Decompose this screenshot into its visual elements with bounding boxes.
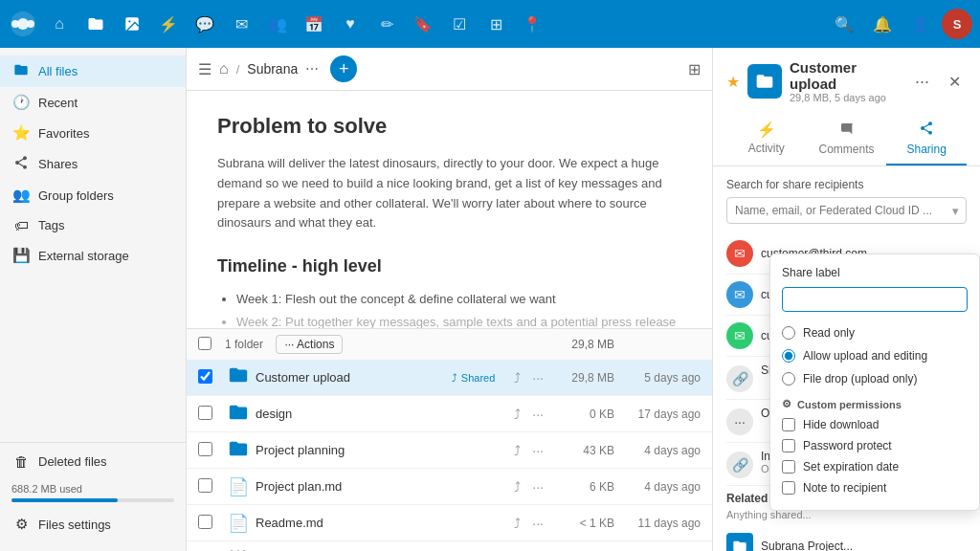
sidebar-bottom: 🗑 Deleted files 688.2 MB used ⚙ Files se… (0, 434, 186, 543)
share-action-button[interactable]: ⤴ (510, 368, 524, 387)
home-icon[interactable]: ⌂ (42, 7, 77, 41)
set-expiration-option[interactable]: Set expiration date (782, 456, 968, 477)
deck-icon[interactable]: ⊞ (479, 7, 513, 41)
file-drop-option[interactable]: File drop (upload only) (782, 367, 968, 390)
star-icon[interactable]: ★ (726, 73, 740, 91)
file-drop-radio[interactable] (782, 372, 795, 386)
more-action-button[interactable]: ··· (528, 368, 547, 387)
sidebar-item-shares[interactable]: Shares (0, 148, 186, 180)
sidebar-item-favorites[interactable]: ⭐ Favorites (0, 118, 186, 148)
select-all-checkbox[interactable] (198, 337, 212, 350)
panel-close-button[interactable]: ✕ (943, 71, 967, 93)
sidebar-item-external-storage[interactable]: 💾 External storage (0, 240, 186, 271)
file-drop-label: File drop (upload only) (803, 372, 917, 386)
table-row[interactable]: 📄 Project plan.md ⤴ ··· 6 KB 4 days ago (187, 469, 712, 505)
photos-icon[interactable] (115, 7, 149, 41)
share-label-input[interactable] (782, 287, 968, 312)
document-preview: Problem to solve Subrana will deliver th… (187, 91, 712, 328)
sidebar-item-all-files[interactable]: All files (0, 55, 186, 87)
tab-sharing-label: Sharing (906, 143, 946, 156)
search-share-input[interactable] (726, 197, 967, 224)
sidebar-item-recent[interactable]: 🕐 Recent (0, 87, 186, 118)
storage-bar-fill (11, 498, 118, 502)
files-icon[interactable] (78, 7, 113, 41)
notifications-icon[interactable]: 🔔 (865, 7, 900, 41)
row-checkbox[interactable] (198, 515, 212, 529)
calendar-icon[interactable]: 📅 (297, 7, 331, 41)
table-row[interactable]: design ⤴ ··· 0 KB 17 days ago (187, 396, 712, 432)
row-checkbox[interactable] (198, 406, 212, 420)
table-row[interactable]: Project planning ⤴ ··· 43 KB 4 days ago (187, 432, 712, 469)
table-row[interactable]: 🖼 subrana logo.svg ⤴ ··· 24 KB 19 days a… (187, 541, 712, 551)
sidebar-label-favorites: Favorites (38, 126, 89, 141)
contacts-topbar-icon[interactable]: 👤 (903, 7, 938, 41)
bookmarks-icon[interactable]: 🔖 (406, 7, 440, 41)
more-action-button[interactable]: ··· (528, 514, 547, 533)
note-to-recipient-checkbox[interactable] (782, 481, 795, 495)
more-action-button[interactable]: ··· (528, 477, 547, 496)
right-panel-title-row: ★ Customer upload 29,8 MB, 5 days ago ··… (726, 59, 967, 103)
more-action-button[interactable]: ··· (528, 405, 547, 424)
file-list: Customer upload ⤴ Shared ⤴ ··· 29,8 MB 5… (187, 360, 712, 551)
hide-download-checkbox[interactable] (782, 418, 795, 431)
sidebar-item-tags[interactable]: 🏷 Tags (0, 210, 186, 240)
set-expiration-checkbox[interactable] (782, 460, 795, 474)
actions-button[interactable]: ··· Actions (276, 335, 343, 354)
file-row-actions: ⤴ ··· (510, 514, 547, 533)
tab-activity[interactable]: ⚡ Activity (726, 113, 807, 165)
comments-tab-icon (839, 121, 855, 140)
contacts-icon[interactable]: 👥 (260, 7, 295, 41)
tab-sharing[interactable]: Sharing (886, 113, 967, 165)
password-protect-option[interactable]: Password protect (782, 435, 968, 456)
talk-icon[interactable]: 💬 (188, 7, 222, 41)
favorites-topbar-icon[interactable]: ♥ (333, 7, 368, 41)
new-file-button[interactable]: + (330, 55, 357, 82)
file-name: Project planning (252, 443, 502, 457)
activity-tab-icon: ⚡ (757, 121, 776, 139)
read-only-option[interactable]: Read only (782, 321, 968, 344)
share-avatar: ✉ (726, 322, 753, 349)
share-action-button[interactable]: ⤴ (510, 477, 524, 496)
right-panel-subtitle: 29,8 MB, 5 days ago (790, 92, 902, 103)
search-icon[interactable]: 🔍 (827, 7, 861, 41)
sidebar-label-group-folders: Group folders (38, 188, 114, 203)
allow-upload-radio[interactable] (782, 349, 795, 363)
hide-download-option[interactable]: Hide download (782, 414, 968, 435)
notes-icon[interactable]: ✏ (369, 7, 404, 41)
more-action-button[interactable]: ··· (528, 441, 547, 460)
table-row[interactable]: 📄 Readme.md ⤴ ··· < 1 KB 11 days ago (187, 505, 712, 541)
sidebar-item-deleted-files[interactable]: 🗑 Deleted files (0, 447, 186, 476)
read-only-radio[interactable] (782, 326, 795, 340)
note-to-recipient-option[interactable]: Note to recipient (782, 477, 968, 498)
tasks-icon[interactable]: ☑ (442, 7, 477, 41)
sidebar-item-group-folders[interactable]: 👥 Group folders (0, 180, 186, 210)
panel-more-button[interactable]: ··· (909, 70, 935, 94)
maps-icon[interactable]: 📍 (515, 7, 549, 41)
share-action-button[interactable]: ⤴ (510, 441, 524, 460)
share-action-button[interactable]: ⤴ (510, 405, 524, 424)
mail-icon[interactable]: ✉ (224, 7, 258, 41)
sidebar-item-files-settings[interactable]: ⚙ Files settings (0, 509, 186, 540)
file-date: 4 days ago (614, 444, 701, 457)
sidebar-toggle-icon[interactable]: ☰ (198, 60, 212, 78)
home-breadcrumb-icon[interactable]: ⌂ (219, 60, 229, 77)
password-protect-checkbox[interactable] (782, 439, 795, 452)
app-logo[interactable] (8, 9, 38, 39)
right-panel: ★ Customer upload 29,8 MB, 5 days ago ··… (712, 48, 980, 551)
view-toggle-button[interactable]: ⊞ (688, 60, 701, 78)
breadcrumb-share-icon[interactable]: ⋯ (305, 61, 319, 77)
related-item-name: Subrana Project... (761, 540, 853, 551)
recent-icon: 🕐 (11, 94, 31, 111)
avatar[interactable]: S (942, 9, 972, 39)
tab-comments[interactable]: Comments (807, 113, 887, 165)
related-item[interactable]: Subrana Project... (726, 528, 967, 551)
activity-icon[interactable]: ⚡ (151, 7, 186, 41)
row-checkbox[interactable] (198, 369, 212, 384)
row-checkbox[interactable] (198, 442, 212, 456)
file-list-header-size: 29,8 MB (538, 338, 614, 351)
row-checkbox-area (198, 515, 225, 532)
table-row[interactable]: Customer upload ⤴ Shared ⤴ ··· 29,8 MB 5… (187, 360, 712, 396)
row-checkbox[interactable] (198, 478, 212, 493)
allow-upload-option[interactable]: Allow upload and editing (782, 344, 968, 367)
share-action-button[interactable]: ⤴ (510, 514, 524, 533)
